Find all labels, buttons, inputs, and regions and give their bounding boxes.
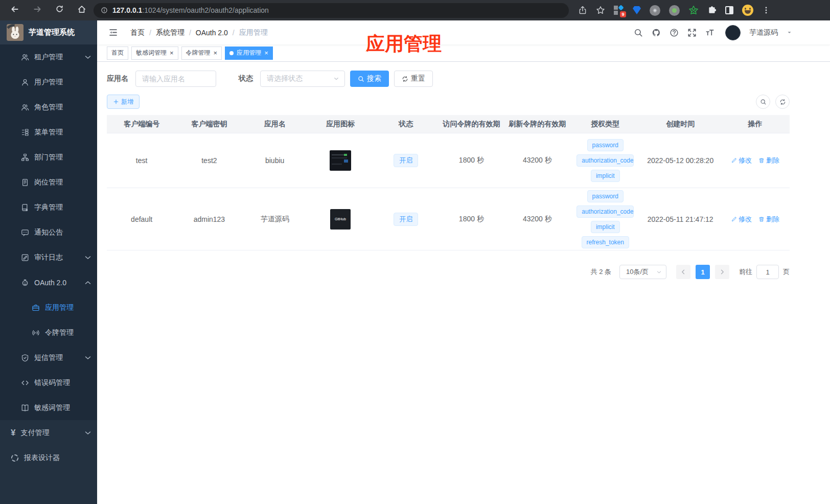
tab-home[interactable]: 首页 <box>107 47 128 60</box>
edit-pencil-icon <box>731 157 737 164</box>
sidebar-item-label: 应用管理 <box>45 303 74 312</box>
breadcrumb-home[interactable]: 首页 <box>130 28 145 37</box>
breadcrumb: 首页/ 系统管理/ OAuth 2.0/ 应用管理 <box>130 28 268 37</box>
tab-token[interactable]: 令牌管理× <box>181 47 222 60</box>
cell-app-icon <box>308 133 373 188</box>
search-button[interactable]: 搜索 <box>350 71 389 87</box>
browser-back-button[interactable] <box>10 5 19 16</box>
shield-icon <box>21 354 29 362</box>
column-header-actions: 操作 <box>721 120 790 129</box>
message-icon <box>21 228 29 237</box>
sidebar-item-tenant-management[interactable]: 租户管理 <box>0 44 97 70</box>
extension-grid-icon[interactable]: 9 <box>614 5 624 15</box>
bookmark-star-icon[interactable] <box>596 6 605 15</box>
yen-icon: ¥ <box>11 428 15 437</box>
delete-button-label: 删除 <box>766 215 779 224</box>
column-header-status: 状态 <box>373 120 439 129</box>
status-select[interactable]: 请选择状态 <box>260 71 345 87</box>
extensions-puzzle-icon[interactable] <box>707 6 717 15</box>
extension-gem-icon[interactable] <box>633 6 641 14</box>
tab-sensitive-word[interactable]: 敏感词管理× <box>131 47 178 60</box>
user-name[interactable]: 芋道源码 <box>749 28 778 37</box>
broadcast-icon <box>32 329 40 337</box>
browser-address-bar[interactable]: 127.0.0.1:1024/system/oauth2/oauth2/appl… <box>94 3 569 18</box>
sidebar-item-pay-management[interactable]: ¥支付管理 <box>0 420 97 445</box>
breadcrumb-oauth2[interactable]: OAuth 2.0 <box>196 29 228 37</box>
page-number-1[interactable]: 1 <box>696 265 710 279</box>
close-icon[interactable]: × <box>170 50 174 56</box>
header-search-icon[interactable] <box>634 28 643 37</box>
column-header-app-name: 应用名 <box>242 120 308 129</box>
browser-reload-button[interactable] <box>55 5 64 16</box>
user-avatar[interactable] <box>725 25 741 40</box>
cell-refresh-token-validity: 43200 秒 <box>504 133 571 188</box>
add-button[interactable]: 新增 <box>107 95 140 109</box>
delete-button[interactable]: 删除 <box>758 215 779 224</box>
extension-star-icon[interactable] <box>688 5 699 15</box>
split-view-icon[interactable] <box>725 6 733 14</box>
page-size-select[interactable]: 10条/页 <box>619 265 666 279</box>
refresh-table-button[interactable] <box>775 95 790 109</box>
sidebar-item-notice-management[interactable]: 通知公告 <box>0 220 97 245</box>
goto-suffix: 页 <box>783 267 790 277</box>
browser-menu-icon[interactable] <box>762 6 770 14</box>
sidebar-item-dept-management[interactable]: 部门管理 <box>0 145 97 170</box>
help-icon[interactable] <box>670 28 679 37</box>
close-icon[interactable]: × <box>214 50 218 56</box>
sidebar-item-role-management[interactable]: 角色管理 <box>0 95 97 120</box>
extension-record-icon[interactable] <box>669 5 680 16</box>
search-icon <box>358 76 364 82</box>
sidebar-item-dict-management[interactable]: 字典管理 <box>0 195 97 220</box>
sidebar-item-sms-management[interactable]: 短信管理 <box>0 345 97 370</box>
sidebar-item-audit-log[interactable]: 审计日志 <box>0 245 97 270</box>
edit-button[interactable]: 修改 <box>731 156 752 165</box>
column-header-app-icon: 应用图标 <box>308 120 373 129</box>
chevron-down-icon <box>656 269 662 275</box>
prev-page-button[interactable] <box>676 265 690 279</box>
share-icon[interactable] <box>578 6 587 15</box>
sidebar-item-oauth2-application[interactable]: 应用管理 <box>0 295 97 320</box>
toggle-search-button[interactable] <box>756 95 770 109</box>
sidebar-item-label: 通知公告 <box>34 228 63 237</box>
chevron-down-icon <box>333 76 339 82</box>
site-info-icon[interactable] <box>101 7 108 14</box>
extension-command-icon[interactable] <box>650 5 660 16</box>
app-title: 芋道管理系统 <box>29 28 75 37</box>
profile-avatar-icon[interactable] <box>742 5 753 16</box>
sidebar-item-user-management[interactable]: 用户管理 <box>0 70 97 95</box>
status-badge: 开启 <box>394 154 418 167</box>
sidebar-collapse-icon[interactable] <box>103 28 123 37</box>
role-users-icon <box>21 103 29 111</box>
browser-forward-button[interactable] <box>33 5 42 16</box>
github-icon[interactable] <box>652 28 661 37</box>
fullscreen-icon[interactable] <box>687 28 697 37</box>
breadcrumb-system[interactable]: 系统管理 <box>156 28 185 37</box>
url-host: 127.0.0.1 <box>112 6 142 14</box>
sidebar-item-sensitive-word-management[interactable]: 敏感词管理 <box>0 395 97 420</box>
sidebar-item-oauth2-token[interactable]: 令牌管理 <box>0 320 97 345</box>
user-caret-down-icon[interactable] <box>787 30 792 35</box>
delete-button[interactable]: 删除 <box>758 156 779 165</box>
edit-pencil-icon <box>731 216 737 222</box>
app-name-input[interactable] <box>135 71 216 87</box>
font-size-icon[interactable] <box>705 28 714 37</box>
goto-page-input[interactable] <box>756 265 779 279</box>
post-badge-icon <box>21 178 29 187</box>
edit-button[interactable]: 修改 <box>731 215 752 224</box>
reset-button[interactable]: 重置 <box>394 71 433 87</box>
grant-type-tag: authorization_code <box>577 205 634 218</box>
status-select-placeholder: 请选择状态 <box>267 74 303 83</box>
open-book-icon <box>21 404 29 412</box>
sidebar-item-error-code-management[interactable]: 错误码管理 <box>0 370 97 395</box>
grant-type-tag: refresh_token <box>582 236 629 248</box>
sidebar-item-oauth2[interactable]: OAuth 2.0 <box>0 270 97 295</box>
browser-home-button[interactable] <box>77 5 86 16</box>
sidebar-item-menu-management[interactable]: 菜单管理 <box>0 120 97 145</box>
close-icon[interactable]: × <box>264 50 268 56</box>
edit-button-label: 修改 <box>739 215 752 224</box>
cell-client-secret: admin123 <box>176 188 242 250</box>
sidebar-item-post-management[interactable]: 岗位管理 <box>0 170 97 195</box>
sidebar-item-report-designer[interactable]: 报表设计器 <box>0 445 97 470</box>
tab-application[interactable]: 应用管理× <box>225 47 273 60</box>
next-page-button[interactable] <box>715 265 729 279</box>
